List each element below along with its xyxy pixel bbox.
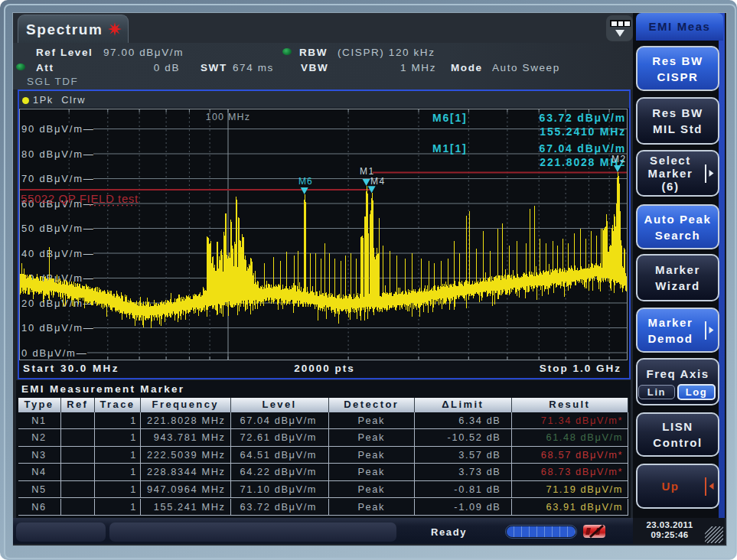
svg-text:67.04 dBμV/m: 67.04 dBμV/m <box>540 142 626 155</box>
svg-text:M6[1]: M6[1] <box>432 112 468 124</box>
svg-text:100 MHz: 100 MHz <box>206 112 250 122</box>
svg-text:M2: M2 <box>611 154 627 164</box>
svg-text:70 dBμV/m—: 70 dBμV/m— <box>21 173 95 184</box>
svg-text:20 dBμV/m—: 20 dBμV/m— <box>21 298 95 309</box>
svg-text:50 dBμV/m—: 50 dBμV/m— <box>21 223 95 234</box>
svg-text:M6: M6 <box>298 176 313 187</box>
svg-text:55022 QP FIELD test: 55022 QP FIELD test <box>21 192 139 205</box>
svg-text:80 dBμV/m—: 80 dBμV/m— <box>21 148 95 160</box>
svg-text:10 dBμV/m—: 10 dBμV/m— <box>21 322 95 334</box>
svg-text:0 dBμV/m—: 0 dBμV/m— <box>21 347 88 359</box>
svg-text:M1[1]: M1[1] <box>432 142 468 155</box>
svg-text:63.72 dBμV/m: 63.72 dBμV/m <box>540 112 626 124</box>
svg-text:40 dBμV/m—: 40 dBμV/m— <box>21 248 95 259</box>
svg-text:155.2410 MHz: 155.2410 MHz <box>540 125 626 138</box>
svg-text:90 dBμV/m—: 90 dBμV/m— <box>21 123 95 135</box>
svg-text:M4: M4 <box>370 176 386 187</box>
svg-text:M1: M1 <box>360 166 375 177</box>
